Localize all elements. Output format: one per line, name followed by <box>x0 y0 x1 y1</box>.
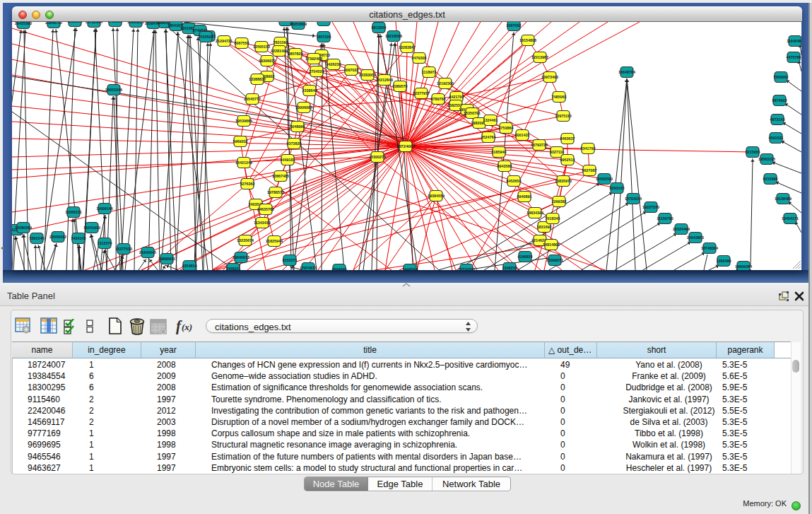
svg-text:11150790: 11150790 <box>657 216 673 221</box>
svg-text:18748304: 18748304 <box>701 246 718 250</box>
svg-text:3458221: 3458221 <box>226 267 241 270</box>
svg-text:4627087: 4627087 <box>582 168 597 173</box>
svg-text:13006085: 13006085 <box>295 105 312 110</box>
svg-text:17974673: 17974673 <box>300 266 317 270</box>
svg-text:4097022: 4097022 <box>344 68 359 72</box>
svg-text:15703034: 15703034 <box>625 197 642 201</box>
svg-text:5506062: 5506062 <box>774 75 789 79</box>
svg-text:21524499: 21524499 <box>673 227 690 231</box>
svg-text:10454171: 10454171 <box>782 216 799 221</box>
svg-text:16341910: 16341910 <box>83 226 100 230</box>
svg-text:19227370: 19227370 <box>642 205 659 209</box>
svg-text:21782994: 21782994 <box>86 22 102 24</box>
svg-text:10283847: 10283847 <box>399 45 416 49</box>
svg-text:14280369: 14280369 <box>15 226 32 230</box>
svg-text:9857829: 9857829 <box>288 52 303 56</box>
svg-text:15300273: 15300273 <box>369 155 386 159</box>
svg-text:2087682: 2087682 <box>507 23 522 28</box>
svg-text:6215966: 6215966 <box>763 177 778 181</box>
svg-text:4873143: 4873143 <box>770 117 785 122</box>
svg-text:5389579: 5389579 <box>393 84 408 88</box>
svg-text:10973493: 10973493 <box>541 75 558 79</box>
svg-text:12975115: 12975115 <box>555 114 572 118</box>
svg-text:10562590: 10562590 <box>596 177 613 181</box>
svg-text:19306972: 19306972 <box>259 59 276 63</box>
svg-text:22943803: 22943803 <box>687 235 704 240</box>
svg-text:1312574: 1312574 <box>98 241 112 245</box>
svg-text:11343433: 11343433 <box>254 221 271 225</box>
svg-text:12867485: 12867485 <box>272 174 289 178</box>
svg-text:2299382: 2299382 <box>552 199 567 204</box>
svg-text:4591531: 4591531 <box>769 136 784 140</box>
svg-text:8067558: 8067558 <box>235 41 249 45</box>
svg-text:6293105: 6293105 <box>610 186 625 190</box>
svg-text:13399271: 13399271 <box>546 258 563 262</box>
svg-text:15212844: 15212844 <box>376 78 393 82</box>
svg-text:9327110: 9327110 <box>550 150 565 154</box>
svg-text:8048998: 8048998 <box>290 124 305 129</box>
svg-text:6001431: 6001431 <box>515 133 530 137</box>
svg-text:16154808: 16154808 <box>519 38 536 42</box>
svg-text:12505153: 12505153 <box>253 45 270 49</box>
svg-text:14635762: 14635762 <box>257 207 274 211</box>
svg-text:2338649: 2338649 <box>302 88 317 93</box>
svg-text:14834304: 14834304 <box>526 211 543 215</box>
svg-text:19218506: 19218506 <box>385 34 402 38</box>
svg-text:8943586: 8943586 <box>498 164 512 168</box>
svg-text:3434143: 3434143 <box>71 236 86 240</box>
svg-text:20948752: 20948752 <box>45 22 62 25</box>
svg-text:4354814: 4354814 <box>182 264 197 268</box>
svg-text:22281494: 22281494 <box>271 49 288 53</box>
svg-text:15066853: 15066853 <box>127 22 144 24</box>
svg-text:6940891: 6940891 <box>517 194 532 199</box>
svg-text:2479306: 2479306 <box>412 56 427 60</box>
svg-text:4475786: 4475786 <box>787 55 801 59</box>
svg-text:11045483: 11045483 <box>787 39 801 43</box>
svg-text:5444504: 5444504 <box>403 267 418 270</box>
svg-text:3524764: 3524764 <box>481 135 496 139</box>
svg-text:12710793: 12710793 <box>458 267 475 270</box>
svg-text:19890931: 19890931 <box>158 257 175 261</box>
svg-text:4753864: 4753864 <box>499 126 514 130</box>
svg-text:20425300: 20425300 <box>15 22 32 25</box>
svg-text:1831692: 1831692 <box>537 225 552 229</box>
svg-text:19609364: 19609364 <box>735 264 752 269</box>
svg-text:9898649: 9898649 <box>332 267 347 270</box>
svg-text:6185949: 6185949 <box>492 150 507 154</box>
svg-text:16793736: 16793736 <box>531 143 548 147</box>
svg-text:7857224: 7857224 <box>317 35 331 39</box>
svg-text:8813054: 8813054 <box>372 25 387 30</box>
svg-text:7515524: 7515524 <box>199 35 213 39</box>
svg-text:3308253: 3308253 <box>502 266 517 270</box>
svg-text:15350791: 15350791 <box>464 111 481 115</box>
svg-text:8463637: 8463637 <box>560 136 575 141</box>
svg-text:13835970: 13835970 <box>555 179 572 183</box>
svg-text:9196824: 9196824 <box>518 255 533 259</box>
svg-text:1262499: 1262499 <box>717 259 731 263</box>
svg-text:21842645: 21842645 <box>139 250 156 255</box>
svg-text:12192300: 12192300 <box>437 81 454 86</box>
svg-text:2704528: 2704528 <box>310 69 324 74</box>
svg-text:11066231: 11066231 <box>65 210 82 214</box>
svg-text:18724007: 18724007 <box>396 144 416 148</box>
svg-text:9372828: 9372828 <box>287 141 302 146</box>
svg-text:9789760: 9789760 <box>431 97 446 101</box>
svg-text:9426230: 9426230 <box>326 62 341 66</box>
svg-text:9874003: 9874003 <box>772 98 787 103</box>
svg-text:15421249: 15421249 <box>235 160 252 165</box>
svg-text:12213967: 12213967 <box>531 55 548 59</box>
svg-text:8152271: 8152271 <box>283 258 298 262</box>
svg-text:22283054: 22283054 <box>359 73 376 77</box>
svg-text:13388832: 13388832 <box>249 77 266 81</box>
svg-text:7018345: 7018345 <box>546 216 560 221</box>
svg-text:3750906: 3750906 <box>108 22 123 23</box>
svg-text:11609146: 11609146 <box>96 206 113 211</box>
svg-text:6421791: 6421791 <box>449 95 464 99</box>
svg-text:2333508: 2333508 <box>68 22 83 23</box>
svg-text:6341793: 6341793 <box>581 146 596 151</box>
svg-text:5276362: 5276362 <box>240 182 255 186</box>
svg-text:6452654: 6452654 <box>507 179 522 183</box>
svg-text:20053346: 20053346 <box>105 88 122 92</box>
svg-text:5969202: 5969202 <box>233 139 248 144</box>
svg-text:21825944: 21825944 <box>266 239 283 243</box>
